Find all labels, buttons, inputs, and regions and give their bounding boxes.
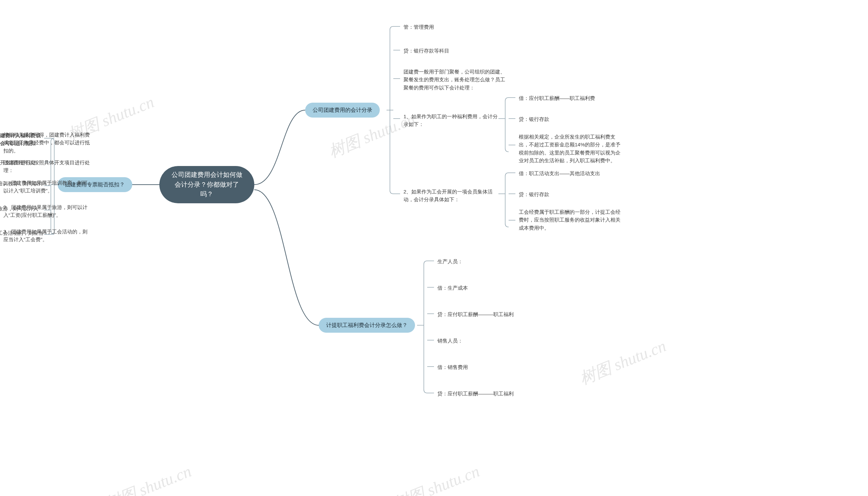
r1-i2: 团建费一般用于部门聚餐，公司组织的团建、聚餐发生的费用支出，账务处理怎么做？员工… bbox=[403, 68, 505, 92]
watermark: 树图 shutu.cn bbox=[577, 335, 669, 389]
branch-accounting-entries[interactable]: 公司团建费用的会计分录 bbox=[305, 103, 380, 118]
root-title: 公司团建费用会计如何做会计分录？你都做对了吗？ bbox=[169, 170, 245, 199]
L4: 3、团建费用如果属于工会活动的，则应当计入“工会费”。 bbox=[3, 228, 90, 244]
r2-j1: 借：生产成本 bbox=[437, 284, 532, 292]
r1-i3-s1: 贷：银行存款 bbox=[519, 115, 620, 123]
branch-welfare-accrual[interactable]: 计提职工福利费会计分录怎么做？ bbox=[319, 318, 415, 333]
L3: 2、团建费用如果属于旅游，则可以计入“工资(应付职工薪酬)”。 bbox=[3, 203, 90, 219]
L0: 根据相关规定可得，团建费计入福利费或者职工教育经费中，都会可以进行抵扣的。 bbox=[3, 131, 90, 155]
r1-i3: 1、如果作为职工的一种福利费用，会计分录如下： bbox=[403, 112, 498, 128]
L1: 团建费用可以按照具体开支项目进行处理： bbox=[3, 158, 90, 174]
r2-j0: 生产人员： bbox=[437, 258, 532, 265]
r2-j5: 贷：应付职工薪酬———职工福利 bbox=[437, 390, 539, 398]
r1-i3-s2: 根据相关规定，企业所发生的职工福利费支出，不超过工资薪金总额14%的部分，是准予… bbox=[519, 133, 624, 164]
L2: 1、团建费用如果属于培训教育，则可以计入“职工培训费”。 bbox=[3, 179, 90, 195]
r1-i4-s2: 工会经费属于职工薪酬的一部分，计提工会经费时，应当按照职工服务的收益对象计入相关… bbox=[519, 208, 624, 232]
r2-j4: 借：销售费用 bbox=[437, 363, 532, 371]
branch-welfare-label: 计提职工福利费会计分录怎么做？ bbox=[326, 322, 407, 329]
r1-i4-s1: 贷：银行存款 bbox=[519, 190, 620, 198]
watermark: 树图 shutu.cn bbox=[390, 461, 483, 496]
watermark: 树图 shutu.cn bbox=[102, 461, 195, 496]
r1-i4-s0: 借：职工活动支出——其他活动支出 bbox=[519, 169, 620, 177]
r1-i4: 2、如果作为工会开展的一项会员集体活动，会计分录具体如下： bbox=[403, 188, 498, 204]
r1-i0: 管：管理费用 bbox=[403, 23, 498, 31]
r2-j3: 销售人员： bbox=[437, 337, 532, 344]
r1-i3-s0: 借：应付职工薪酬——职工福利费 bbox=[519, 94, 620, 102]
r1-i1: 贷：银行存款等科目 bbox=[403, 47, 498, 55]
branch-accounting-label: 公司团建费用的会计分录 bbox=[313, 107, 372, 114]
r2-j2: 贷：应付职工薪酬———职工福利 bbox=[437, 310, 539, 318]
root-node[interactable]: 公司团建费用会计如何做会计分录？你都做对了吗？ bbox=[159, 166, 254, 203]
